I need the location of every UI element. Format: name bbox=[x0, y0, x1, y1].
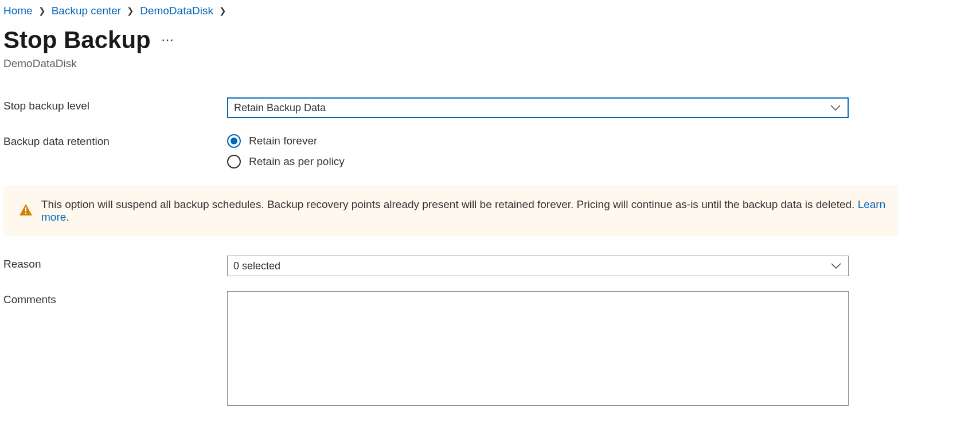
retention-radio-retain-as-per-policy[interactable]: Retain as per policy bbox=[227, 155, 849, 168]
warning-icon bbox=[19, 204, 32, 218]
reason-select[interactable]: 0 selected bbox=[227, 256, 849, 276]
banner-text: This option will suspend all backup sche… bbox=[41, 198, 858, 210]
reason-label: Reason bbox=[3, 256, 227, 270]
backup-data-retention-label: Backup data retention bbox=[3, 133, 227, 148]
breadcrumb: Home ❯ Backup center ❯ DemoDataDisk ❯ bbox=[3, 2, 980, 23]
svg-rect-1 bbox=[25, 213, 26, 214]
breadcrumb-backup-center[interactable]: Backup center bbox=[52, 5, 121, 17]
comments-label: Comments bbox=[3, 291, 227, 306]
chevron-right-icon: ❯ bbox=[38, 6, 46, 16]
stop-backup-level-value: Retain Backup Data bbox=[234, 102, 326, 114]
chevron-down-icon bbox=[831, 262, 841, 269]
chevron-right-icon: ❯ bbox=[127, 6, 134, 16]
reason-value: 0 selected bbox=[233, 260, 280, 272]
page-subtitle: DemoDataDisk bbox=[3, 57, 980, 70]
retention-radio-label: Retain as per policy bbox=[249, 155, 345, 168]
svg-rect-0 bbox=[25, 207, 26, 211]
retention-radio-label: Retain forever bbox=[249, 135, 317, 147]
chevron-right-icon: ❯ bbox=[219, 6, 227, 16]
info-banner: This option will suspend all backup sche… bbox=[3, 186, 898, 236]
comments-textarea[interactable] bbox=[227, 291, 849, 406]
breadcrumb-home[interactable]: Home bbox=[3, 5, 33, 17]
breadcrumb-demodatadisk[interactable]: DemoDataDisk bbox=[140, 5, 213, 17]
page-title: Stop Backup bbox=[3, 26, 151, 54]
retention-radio-retain-forever[interactable]: Retain forever bbox=[227, 134, 849, 148]
retention-radio-group: Retain forever Retain as per policy bbox=[227, 134, 849, 168]
radio-icon bbox=[227, 155, 241, 168]
stop-backup-level-select[interactable]: Retain Backup Data bbox=[227, 97, 849, 118]
chevron-down-icon bbox=[830, 104, 841, 111]
radio-icon bbox=[227, 134, 241, 148]
more-actions-button[interactable]: ⋯ bbox=[161, 34, 174, 46]
stop-backup-level-label: Stop backup level bbox=[3, 97, 227, 112]
